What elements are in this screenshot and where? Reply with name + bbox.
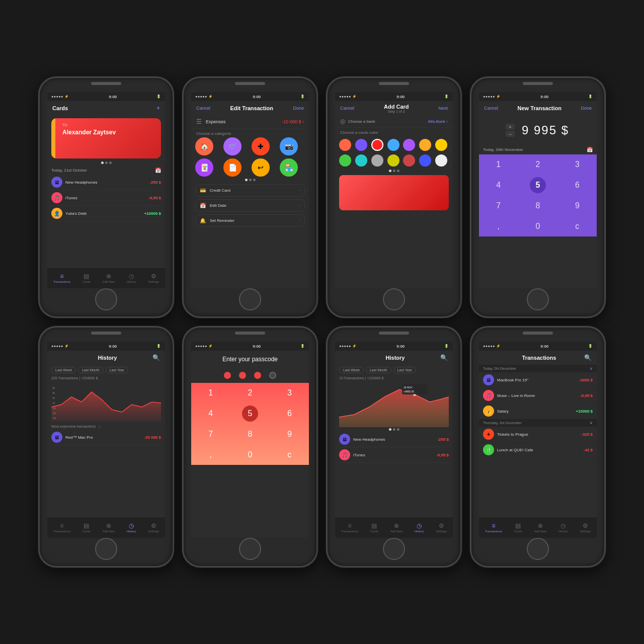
key-2[interactable]: 2 <box>518 154 557 175</box>
tab-history-5[interactable]: ◷ History <box>127 522 136 533</box>
tab-set-7[interactable]: ⚙ Settings <box>436 522 447 533</box>
tab-cards-8[interactable]: ▤ Cards <box>514 522 522 533</box>
color-13[interactable] <box>419 154 431 167</box>
pass-key-5-selected[interactable]: 5 <box>230 404 269 424</box>
filter-last-year-5[interactable]: Last Year <box>106 367 128 373</box>
pass-key-8[interactable]: 8 <box>230 424 269 444</box>
key-1[interactable]: 1 <box>479 154 518 175</box>
filter-last-month-5[interactable]: Last Month <box>78 367 104 373</box>
tx-muse: 🎵 Muse – Live in Rome -9,95 $ <box>479 388 597 404</box>
color-4[interactable] <box>387 139 399 151</box>
tab-settings-5[interactable]: ⚙ Settings <box>148 522 159 533</box>
chevron-icon-1: › <box>299 188 300 193</box>
color-8[interactable] <box>339 154 351 167</box>
filter-year-7[interactable]: Last Year <box>393 367 416 373</box>
done-btn-2[interactable]: Done <box>293 106 304 111</box>
menu-item-edit-date[interactable]: 📅 Edit Date › <box>195 199 305 212</box>
pass-key-1[interactable]: 1 <box>191 383 230 403</box>
next-btn-3[interactable]: Next <box>438 106 448 111</box>
key-3[interactable]: 3 <box>558 154 597 175</box>
pass-key-7[interactable]: 7 <box>191 424 230 444</box>
tab-icon-set-5: ⚙ <box>151 522 156 529</box>
bottom-tabs-7: ≡ Transactions ▤ Cards ⊕ Add New ◷ Histo… <box>335 517 453 538</box>
color-5[interactable] <box>403 139 415 151</box>
cat-shop[interactable]: 🛒 <box>223 137 242 155</box>
cat-home[interactable]: 🏠 <box>195 137 213 155</box>
pass-key-0[interactable]: 0 <box>230 445 269 465</box>
search-icon-8[interactable]: 🔍 <box>584 354 592 361</box>
tab-cards-5[interactable]: ▤ Cards <box>83 522 91 533</box>
cancel-btn-4[interactable]: Cancel <box>484 106 498 111</box>
cancel-btn-2[interactable]: Cancel <box>196 106 210 111</box>
screen-new-transaction: ●●●●● ⚡ 9:00 🔋 Cancel New Transaction Do… <box>479 92 597 288</box>
cat-store[interactable]: 🏪 <box>280 158 298 177</box>
key-clear[interactable]: c <box>558 216 597 236</box>
tab-tx-7[interactable]: ≡ Transactions <box>341 522 358 533</box>
cat-camera[interactable]: 📷 <box>280 137 298 155</box>
most-exp-list: 🖥 Red™ Mac Pro -35 000 $ <box>47 430 165 445</box>
color-3-selected[interactable] <box>371 139 383 151</box>
tab-settings-1[interactable]: ⚙ Settings <box>148 273 159 283</box>
filter-last-week-5[interactable]: Last Week <box>51 367 76 373</box>
chart-5: 6k 4k 2k 1k -1k -2k -4k <box>51 382 161 422</box>
key-5-selected[interactable]: 5 <box>518 175 557 195</box>
nav-add-icon-1[interactable]: + <box>156 105 160 112</box>
menu-item-reminder[interactable]: 🔔 Set Reminder › <box>195 214 305 227</box>
pass-key-3[interactable]: 3 <box>270 383 309 403</box>
tab-icon-s-7: ⚙ <box>439 522 444 529</box>
tab-add-8[interactable]: ⊕ Add New <box>534 522 546 533</box>
pass-key-9[interactable]: 9 <box>270 424 309 444</box>
tab-set-8[interactable]: ⚙ Settings <box>580 522 591 533</box>
color-9[interactable] <box>355 154 367 167</box>
minus-btn[interactable]: – <box>506 131 515 137</box>
color-2[interactable] <box>355 139 367 151</box>
cancel-btn-3[interactable]: Cancel <box>340 106 354 111</box>
pass-key-2[interactable]: 2 <box>230 383 269 403</box>
filter-week-7[interactable]: Last Week <box>339 367 364 373</box>
color-6[interactable] <box>419 139 431 151</box>
tab-history-1[interactable]: ◷ History <box>127 273 136 283</box>
tab-hist-8[interactable]: ◷ History <box>558 522 568 533</box>
tab-label-add-5: Add New <box>103 530 115 533</box>
tab-tx-8[interactable]: ≡ Transactions <box>485 522 502 533</box>
color-7[interactable] <box>435 139 447 151</box>
color-1[interactable] <box>339 139 351 151</box>
key-comma[interactable]: , <box>479 216 518 236</box>
done-btn-4[interactable]: Done <box>581 106 592 111</box>
tab-add-1[interactable]: ⊕ Add New <box>103 273 115 283</box>
menu-item-credit-card[interactable]: 💳 Credit Card › <box>195 184 305 197</box>
cat-cross[interactable]: ✚ <box>252 137 270 155</box>
tab-cards-7[interactable]: ▤ Cards <box>370 522 378 533</box>
svg-text:2k: 2k <box>52 396 55 399</box>
tab-icon-tx-5: ≡ <box>60 522 63 529</box>
cat-doc[interactable]: 📄 <box>223 158 242 177</box>
tab-hist-7[interactable]: ◷ History <box>415 522 424 533</box>
search-icon-7[interactable]: 🔍 <box>440 354 448 361</box>
tab-add-5[interactable]: ⊕ Add New <box>103 522 115 533</box>
tab-transactions-5[interactable]: ≡ Transactions <box>53 522 70 533</box>
cat-card[interactable]: 🃏 <box>195 158 213 177</box>
color-10[interactable] <box>371 154 383 167</box>
pass-key-del[interactable]: c <box>270 445 309 465</box>
color-12[interactable] <box>403 154 415 167</box>
color-11[interactable] <box>387 154 399 167</box>
key-7[interactable]: 7 <box>479 196 518 216</box>
screen-passcode: ●●●●● ⚡ 9:00 🔋 Enter your passcode 1 2 3… <box>191 342 309 538</box>
tab-transactions-1[interactable]: ≡ Transactions <box>53 273 70 283</box>
key-4[interactable]: 4 <box>479 175 518 195</box>
filter-month-7[interactable]: Last Month <box>366 367 391 373</box>
key-6[interactable]: 6 <box>558 175 597 195</box>
pass-key-6[interactable]: 6 <box>270 404 309 424</box>
pass-key-comma[interactable]: , <box>191 445 230 465</box>
tab-cards-1[interactable]: ▤ Cards <box>83 273 91 283</box>
color-14[interactable] <box>435 154 447 167</box>
amount-display: 9 995 $ <box>517 118 574 142</box>
pass-key-4[interactable]: 4 <box>191 404 230 424</box>
plus-btn[interactable]: + <box>506 124 515 130</box>
search-icon-5[interactable]: 🔍 <box>152 354 160 361</box>
key-0[interactable]: 0 <box>518 216 557 236</box>
tab-add-7[interactable]: ⊕ Add New <box>390 522 403 533</box>
cat-return[interactable]: ↩ <box>252 158 270 177</box>
key-8[interactable]: 8 <box>518 196 557 216</box>
key-9[interactable]: 9 <box>558 196 597 216</box>
